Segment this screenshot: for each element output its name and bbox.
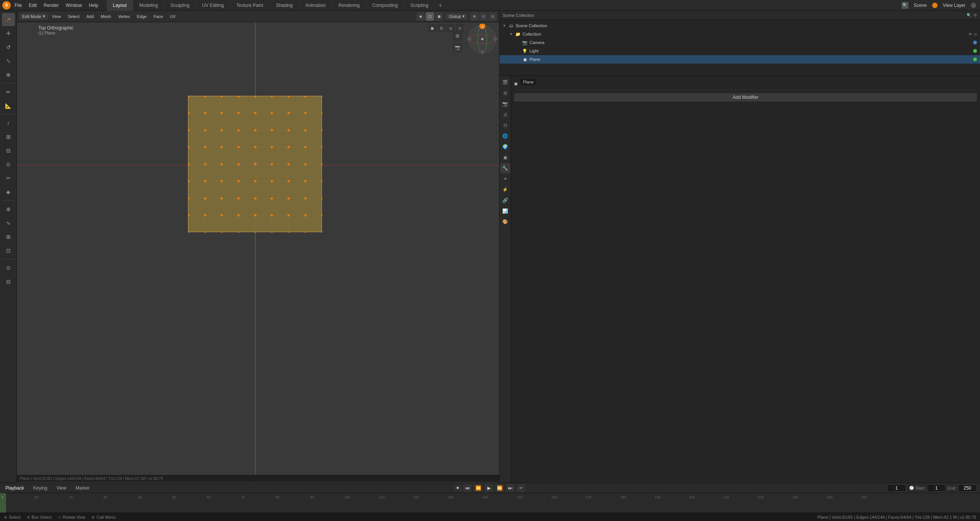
outliner-item-collection[interactable]: ▼ 📁 Collection 👁 ⊙ [500,30,980,38]
tool-knife[interactable]: ✂ [2,172,15,185]
tab-texture-paint[interactable]: Texture Paint [230,0,270,11]
menu-window[interactable]: Window [62,2,85,9]
plane-mesh[interactable] [188,96,322,232]
vp-menu-mesh[interactable]: Mesh [98,13,114,20]
proportional-edit-btn[interactable]: ⊙ [479,12,488,21]
tool-spin[interactable]: ⊕ [2,203,15,216]
wireframe-btn[interactable]: ⊟ [437,24,446,32]
prop-physics-icon[interactable]: ⚡ [500,185,510,195]
tab-scripting[interactable]: Scripting [404,0,435,11]
tool-shrink-fatten[interactable]: ⊙ [2,261,15,274]
prop-render-icon[interactable]: 📷 [500,99,510,109]
tool-measure[interactable]: 📐 [2,99,15,112]
vp-menu-uv[interactable]: UV [167,13,179,20]
vp-menu-view[interactable]: View [49,13,64,20]
tool-loop-cut[interactable]: ⊙ [2,158,15,171]
prop-world-icon[interactable]: 🌍 [500,142,510,152]
vp-menu-vertex[interactable]: Vertex [115,13,133,20]
tool-polypen[interactable]: ◈ [2,185,15,198]
play-record-btn[interactable]: ⏺ [455,485,461,491]
tool-annotate[interactable]: ✏ [2,85,15,98]
tool-randomize[interactable]: ⊞ [2,230,15,243]
collection-vis-cursor[interactable]: ⊙ [974,32,977,36]
jump-end-btn[interactable]: ⏭ [506,484,514,492]
prop-object-name[interactable]: Plane [521,79,536,85]
play-btn[interactable]: ▶ [485,484,493,492]
vp-menu-face[interactable]: Face [150,13,166,20]
menu-help[interactable]: Help [86,2,101,9]
vp-menu-add[interactable]: Add [83,13,97,20]
tool-edge-slide[interactable]: ⊡ [2,244,15,257]
tl-tab-marker[interactable]: Marker [73,485,92,492]
viewport-camera-icon[interactable]: 📷 [452,43,462,52]
tab-compositing[interactable]: Compositing [366,0,404,11]
search-icon[interactable]: 🔍 [902,2,908,9]
prop-scene2-icon[interactable]: 🌐 [500,131,510,141]
tool-extrude[interactable]: ↕ [2,116,15,129]
tl-tab-view[interactable]: View [54,485,69,492]
tab-modeling[interactable]: Modeling [133,0,165,11]
prop-constraints-icon[interactable]: 🔗 [500,195,510,205]
outliner-item-scene-collection[interactable]: ▼ 🗂 Scene Collection [500,21,980,30]
navigation-gizmo[interactable]: Y [467,24,498,56]
menu-render[interactable]: Render [41,2,62,9]
select-vertex-btn[interactable]: ◆ [416,12,425,21]
prop-particles-icon[interactable]: ✦ [500,174,510,184]
select-face-btn[interactable]: ◼ [435,12,443,21]
overlay-btn[interactable]: ◎ [488,12,497,21]
transform-orientation-dropdown[interactable]: Global ▾ [446,13,468,20]
tab-rendering[interactable]: Rendering [332,0,366,11]
select-edge-btn[interactable]: ◻ [426,12,434,21]
tab-uv-editing[interactable]: UV Editing [196,0,230,11]
prop-output-icon[interactable]: 🖨 [500,110,510,120]
outliner-item-camera[interactable]: 📷 Camera [500,38,980,47]
step-back-btn[interactable]: ⏪ [474,484,482,492]
tool-inset[interactable]: ⊞ [2,130,15,143]
tool-transform[interactable]: ⊕ [2,68,15,81]
start-frame-input[interactable]: 1 [927,484,946,492]
snap-btn[interactable]: ⊕ [470,12,479,21]
tl-tab-playback[interactable]: Playback [3,485,26,492]
tool-smooth[interactable]: ∿ [2,216,15,229]
outliner-settings-icon[interactable]: ⚙ [973,13,977,17]
prop-scene-icon[interactable]: 🎬 [500,77,510,87]
jump-start-btn[interactable]: ⏮ [463,484,472,492]
collection-vis-eye[interactable]: 👁 [969,32,972,36]
prop-object-icon[interactable]: ◼ [500,152,510,162]
tool-select[interactable]: ↗ [2,13,15,26]
prop-view-layer-icon[interactable]: ⊟ [500,120,510,130]
solid-shading-btn[interactable]: ◼ [428,24,436,32]
loop-btn[interactable]: ↩ [517,484,525,492]
current-frame-input[interactable] [887,484,906,492]
tab-sculpting[interactable]: Sculpting [165,0,196,11]
main-viewport[interactable]: Top Orthographic (1) Plane [17,22,499,483]
prop-modifier-icon[interactable]: 🔧 [500,163,510,173]
vp-menu-edge[interactable]: Edge [134,13,150,20]
outliner-item-light[interactable]: 💡 Light [500,47,980,55]
mode-dropdown[interactable]: Edit Mode ▾ [19,13,48,20]
tab-layout[interactable]: Layout [107,0,133,11]
material-preview-btn[interactable]: ◎ [446,24,455,32]
tab-add[interactable]: + [435,0,446,11]
view-layer-icon[interactable] [971,3,976,8]
viewport-grid-icon[interactable]: ⊞ [452,31,462,41]
tool-rotate[interactable]: ↺ [2,41,15,54]
prop-material-icon[interactable]: 🎨 [500,217,510,227]
prop-data-icon[interactable]: 📊 [500,206,510,216]
step-forward-btn[interactable]: ⏩ [495,484,504,492]
render-preview-btn[interactable]: ⊙ [456,24,464,32]
vp-menu-select[interactable]: Select [65,13,83,20]
tab-animation[interactable]: Animation [299,0,332,11]
outliner-item-plane[interactable]: ◼ Plane [500,55,980,64]
tl-tab-keying[interactable]: Keying [31,485,50,492]
prop-renderlayer-icon[interactable]: ⊞ [500,88,510,98]
add-modifier-button[interactable]: Add Modifier [514,93,977,102]
tool-move[interactable]: ✛ [2,27,15,40]
scene-select-icon[interactable] [932,3,938,8]
menu-edit[interactable]: Edit [26,2,40,9]
tool-bevel[interactable]: ⊟ [2,144,15,157]
menu-file[interactable]: File [11,2,25,9]
end-frame-input[interactable]: 250 [958,484,977,492]
tool-scale[interactable]: ⤡ [2,54,15,67]
tab-shading[interactable]: Shading [270,0,299,11]
